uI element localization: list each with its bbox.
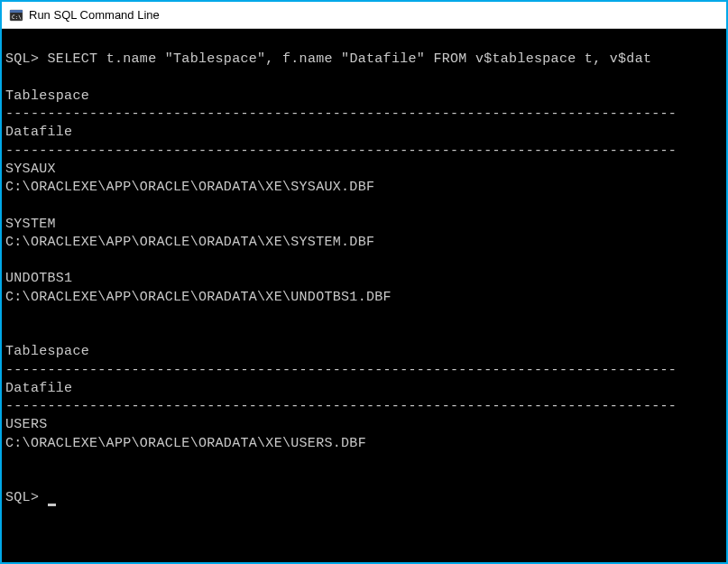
- row-datafile: C:\ORACLEXE\APP\ORACLE\ORADATA\XE\SYSTEM…: [5, 235, 374, 250]
- sql-command-window: C:\ Run SQL Command Line SQL> SELECT t.n…: [2, 2, 726, 562]
- row-tablespace: SYSTEM: [5, 217, 56, 232]
- svg-text:C:\: C:\: [12, 14, 22, 20]
- row-datafile: C:\ORACLEXE\APP\ORACLE\ORADATA\XE\UNDOTB…: [5, 290, 392, 305]
- separator-dashes: ----------------------------------------…: [5, 106, 677, 122]
- window-title: Run SQL Command Line: [29, 8, 160, 22]
- column-header-tablespace: Tablespace: [5, 344, 89, 359]
- row-tablespace: SYSAUX: [5, 162, 56, 177]
- row-datafile: C:\ORACLEXE\APP\ORACLE\ORADATA\XE\USERS.…: [5, 436, 366, 451]
- svg-rect-1: [10, 10, 23, 13]
- column-header-datafile: Datafile: [5, 125, 72, 140]
- row-datafile: C:\ORACLEXE\APP\ORACLE\ORADATA\XE\SYSAUX…: [5, 180, 374, 195]
- separator-dashes: ----------------------------------------…: [5, 399, 677, 414]
- column-header-tablespace: Tablespace: [5, 88, 89, 104]
- prompt: SQL>: [5, 490, 39, 505]
- sql-command: SELECT t.name "Tablespace", f.name "Data…: [48, 51, 652, 67]
- titlebar[interactable]: C:\ Run SQL Command Line: [2, 2, 726, 29]
- terminal-output[interactable]: SQL> SELECT t.name "Tablespace", f.name …: [2, 29, 726, 562]
- separator-dashes: ----------------------------------------…: [5, 363, 677, 378]
- terminal-icon: C:\: [9, 8, 23, 23]
- column-header-datafile: Datafile: [5, 381, 72, 396]
- row-tablespace: UNDOTBS1: [5, 271, 72, 286]
- row-tablespace: USERS: [5, 417, 48, 432]
- prompt: SQL>: [5, 51, 39, 67]
- cursor: [48, 504, 56, 506]
- separator-dashes: ----------------------------------------…: [5, 143, 677, 159]
